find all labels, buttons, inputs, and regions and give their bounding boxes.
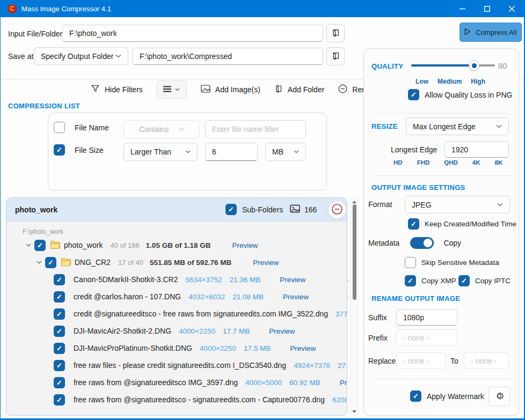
resolution-preset-fhd[interactable]: FHD	[417, 159, 430, 166]
quality-heading: QUALITY	[371, 62, 403, 70]
replace-from-input[interactable]	[396, 352, 446, 369]
resolution-preset-4k[interactable]: 4K	[472, 159, 480, 166]
quality-level-label[interactable]: Medium	[438, 78, 462, 85]
png-loss-checkbox[interactable]: ✓	[408, 89, 419, 100]
list-menu-button[interactable]	[157, 80, 187, 99]
preview-link[interactable]: Preview	[340, 379, 347, 387]
folder-row: ✓DNG_CR217 of 40551.85 MB of 592.76 MBPr…	[6, 254, 347, 271]
tree-expand-chevron-icon[interactable]	[33, 261, 45, 264]
remove-circle-icon	[331, 203, 343, 217]
subfolders-checkbox[interactable]: ✓	[225, 204, 237, 215]
file-size-checkbox[interactable]: ✓	[54, 144, 65, 156]
resolution-preset-hd[interactable]: HD	[393, 159, 403, 166]
file-checkbox[interactable]: ✓	[54, 394, 65, 406]
browse-input-button[interactable]	[326, 24, 345, 42]
quality-level-label[interactable]: High	[471, 78, 485, 85]
chevron-down-icon	[115, 54, 121, 58]
file-dimensions: 4924×7378	[294, 362, 330, 370]
close-button[interactable]	[499, 0, 524, 17]
folder-browse-icon	[331, 51, 340, 62]
file-checkbox[interactable]: ✓	[54, 326, 65, 337]
preview-link[interactable]: Preview	[232, 241, 258, 249]
minimize-button[interactable]	[450, 0, 475, 17]
chevron-down-icon	[185, 150, 191, 153]
input-path-field[interactable]	[62, 25, 323, 42]
file-checkbox[interactable]: ✓	[54, 274, 65, 285]
file-name: credit @signatureeditsco - free raws fro…	[74, 310, 328, 318]
file-checkbox[interactable]: ✓	[54, 291, 65, 303]
compression-list-heading: COMPRESSION LIST	[8, 102, 80, 110]
keep-time-checkbox[interactable]: ✓	[408, 218, 419, 230]
resize-mode-dropdown[interactable]: Max Longest Edge	[406, 117, 509, 135]
resolution-preset-qhd[interactable]: QHD	[444, 159, 458, 166]
folder-checkbox[interactable]: ✓	[45, 257, 56, 268]
scroll-down-icon[interactable]	[351, 408, 358, 415]
preview-link[interactable]: Preview	[253, 259, 279, 267]
file-checkbox[interactable]: ✓	[54, 308, 65, 320]
file-row: ✓free raw files - please credit signatur…	[6, 357, 347, 374]
file-checkbox[interactable]: ✓	[54, 360, 65, 371]
file-checkbox[interactable]: ✓	[54, 377, 65, 388]
slider-thumb[interactable]	[469, 60, 479, 71]
list-scrollbar[interactable]	[350, 197, 358, 416]
resolution-preset-8k[interactable]: 8K	[495, 159, 503, 166]
file-row: ✓credit @carlos.haron - 107.DNG4032×6032…	[6, 288, 347, 305]
quality-level-label[interactable]: Low	[415, 78, 428, 85]
copy-xmp-checkbox[interactable]: ✓	[405, 275, 416, 286]
quality-slider[interactable]	[411, 64, 495, 67]
output-path-field[interactable]	[133, 48, 323, 65]
suffix-input[interactable]	[396, 309, 457, 326]
settings-panel: QUALITY 80 LowMediumHigh ✓ Allow Quality…	[363, 48, 519, 416]
copy-xmp-label: Copy XMP	[421, 277, 456, 285]
save-mode-dropdown[interactable]: Specify Output Folder	[34, 47, 128, 65]
gear-icon	[494, 390, 505, 403]
divider	[371, 175, 512, 176]
add-folder-button[interactable]: Add Folder	[274, 84, 324, 95]
slider-fill	[411, 64, 474, 67]
remove-folder-button[interactable]	[328, 201, 346, 219]
toolbar: Hide Filters Add Image(s) Add Folder Rem…	[91, 80, 390, 99]
file-name-checkbox[interactable]	[54, 122, 65, 133]
size-operator-dropdown[interactable]: Larger Than	[123, 143, 198, 161]
file-row: ✓free raws from @signatureeditsco IMG_35…	[6, 374, 347, 391]
compress-all-button[interactable]: Compress All	[460, 23, 522, 42]
watermark-checkbox[interactable]: ✓	[410, 390, 421, 402]
skip-sensitive-checkbox[interactable]	[405, 257, 416, 268]
preview-link[interactable]: Preview	[283, 293, 309, 301]
maximize-button[interactable]	[475, 0, 499, 17]
copy-iptc-checkbox[interactable]: ✓	[458, 275, 470, 286]
chevron-down-icon	[179, 128, 184, 131]
watermark-settings-button[interactable]	[488, 387, 510, 406]
name-operator-dropdown[interactable]: Contains	[123, 120, 200, 138]
prefix-label: Prefix	[368, 334, 388, 342]
quality-value: 80	[498, 61, 507, 70]
browse-output-button[interactable]	[326, 47, 345, 65]
resize-heading: RESIZE	[371, 122, 398, 130]
replace-to-input[interactable]	[464, 352, 509, 369]
format-dropdown[interactable]: JPEG	[405, 196, 510, 213]
file-checkbox[interactable]: ✓	[54, 343, 65, 354]
chevron-down-icon	[496, 124, 502, 128]
tree-expand-chevron-icon[interactable]	[23, 244, 34, 247]
filter-funnel-icon	[91, 84, 100, 95]
folder-name: photo_work	[64, 241, 103, 249]
folder-selected-count: 17 of 40	[118, 259, 143, 267]
folder-checkbox[interactable]: ✓	[34, 240, 46, 251]
file-name: credit @carlos.haron - 107.DNG	[74, 292, 181, 301]
add-images-button[interactable]: Add Image(s)	[201, 85, 260, 94]
file-name-filter-input[interactable]	[205, 120, 306, 138]
file-size-label: File Size	[75, 146, 104, 154]
prefix-input[interactable]	[396, 329, 457, 346]
file-size: 21.08 MB	[232, 293, 264, 301]
size-value-input[interactable]	[205, 143, 258, 161]
preview-link[interactable]: Preview	[280, 276, 305, 284]
scrollbar-thumb[interactable]	[353, 204, 356, 300]
longest-edge-input[interactable]	[444, 141, 509, 158]
divider	[371, 379, 512, 379]
metadata-toggle[interactable]	[410, 237, 434, 249]
preview-link[interactable]: Preview	[290, 344, 316, 352]
file-tree: ✓photo_work40 of 1661.05 GB of 1.18 GBPr…	[6, 237, 347, 408]
hide-filters-button[interactable]: Hide Filters	[91, 84, 143, 95]
preview-link[interactable]: Preview	[269, 327, 295, 335]
size-unit-dropdown[interactable]: MB	[265, 143, 306, 161]
